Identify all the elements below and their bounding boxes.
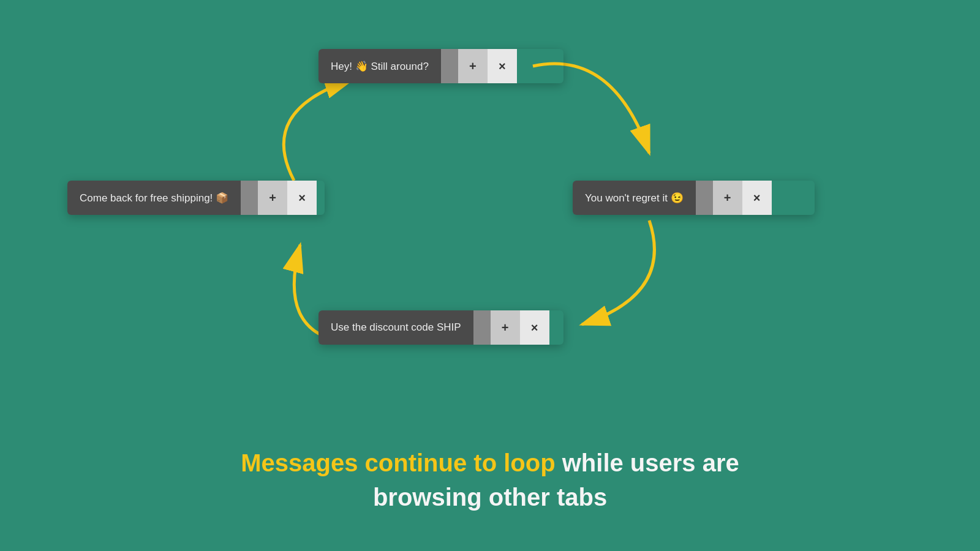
caption-line2: browsing other tabs <box>0 480 980 514</box>
notif-actions-left: + × <box>241 181 317 215</box>
notif-plus-btn-bottom[interactable]: + <box>491 310 520 345</box>
notif-text-left: Come back for free shipping! 📦 <box>67 181 241 215</box>
notif-bar-top: Hey! 👋 Still around? + × <box>318 49 564 83</box>
notif-divider-bottom <box>473 310 491 345</box>
notif-actions-right: + × <box>696 181 772 215</box>
notif-close-btn-top[interactable]: × <box>488 49 517 83</box>
notif-bar-right: You won't regret it 😉 + × <box>573 181 815 215</box>
notif-text-top: Hey! 👋 Still around? <box>318 49 441 83</box>
notif-text-right: You won't regret it 😉 <box>573 181 696 215</box>
notif-plus-btn-top[interactable]: + <box>458 49 488 83</box>
notif-text-bottom: Use the discount code SHIP <box>318 310 473 345</box>
notif-close-btn-left[interactable]: × <box>287 181 317 215</box>
notif-close-btn-right[interactable]: × <box>742 181 772 215</box>
caption-line1: Messages continue to loop while users ar… <box>0 446 980 480</box>
caption-highlight: Messages continue to loop <box>241 449 555 476</box>
notif-bar-left: Come back for free shipping! 📦 + × <box>67 181 325 215</box>
notif-actions-top: + × <box>441 49 517 83</box>
notif-plus-btn-left[interactable]: + <box>258 181 287 215</box>
caption-line1-rest: while users are <box>556 449 739 476</box>
bottom-caption: Messages continue to loop while users ar… <box>0 446 980 514</box>
notif-actions-bottom: + × <box>473 310 549 345</box>
notif-plus-btn-right[interactable]: + <box>713 181 742 215</box>
notif-divider-right <box>696 181 713 215</box>
notif-divider-left <box>241 181 258 215</box>
notif-divider-top <box>441 49 458 83</box>
notif-bar-bottom: Use the discount code SHIP + × <box>318 310 564 345</box>
notif-close-btn-bottom[interactable]: × <box>520 310 549 345</box>
scene: Hey! 👋 Still around? + × Come back for f… <box>0 0 980 551</box>
